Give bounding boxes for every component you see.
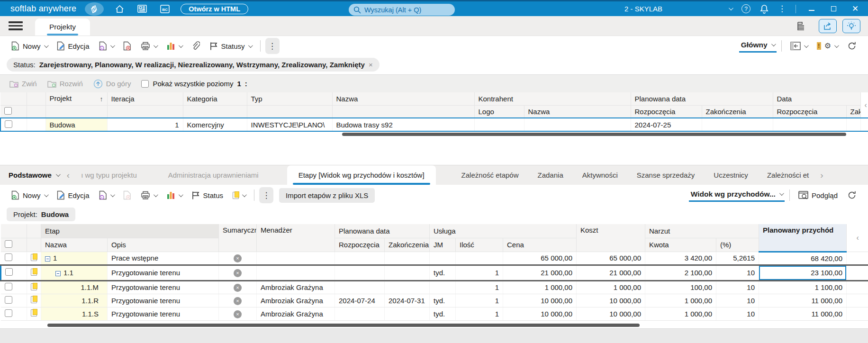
new-stage-chevron-down-icon[interactable] <box>44 192 48 197</box>
col-header-opis[interactable]: Opis <box>108 238 219 252</box>
remove-filter-icon[interactable]: × <box>369 61 373 69</box>
edit-stage-button[interactable]: Edycja <box>53 189 93 202</box>
home-icon[interactable] <box>112 3 127 15</box>
col-header-procent[interactable]: (%) <box>716 238 759 252</box>
cell-plan-rozpoczecia[interactable]: 2024-07-25 <box>631 118 702 131</box>
row-checkbox[interactable] <box>5 268 13 276</box>
global-search[interactable] <box>349 4 455 16</box>
cell-etap-nazwa[interactable]: 1.1.R <box>41 294 108 307</box>
col-group-usluga[interactable]: Usługa <box>430 224 577 238</box>
open-in-html-button[interactable]: Otwórz w HTML <box>181 4 248 14</box>
toggle-off-icon[interactable]: × <box>234 284 242 292</box>
stage-info-button[interactable] <box>95 189 118 202</box>
col-header-kategoria[interactable]: Kategoria <box>183 92 247 105</box>
row-checkbox[interactable] <box>5 283 12 290</box>
stage-row-1-1-M[interactable]: 1.1.M Przygotowanie terenu × Ambroziak G… <box>1 280 868 294</box>
col-header-plan-zakonczenia[interactable]: Zakończenia <box>702 105 773 118</box>
col-header-koszt[interactable]: Koszt <box>577 224 645 252</box>
toggle-off-icon[interactable]: × <box>234 310 242 318</box>
projects-grid-hscrollbar[interactable] <box>0 132 868 137</box>
new-chevron-down-icon[interactable] <box>44 43 48 48</box>
col-header-jm[interactable]: JM <box>430 238 456 252</box>
col-header-zakonczenia-cut[interactable]: Zakoń <box>846 105 860 118</box>
stages-select-all-checkbox[interactable] <box>5 240 12 248</box>
print-stage-chevron-down-icon[interactable] <box>154 192 158 197</box>
settings-alert-button[interactable]: ! ⚙ <box>813 40 841 52</box>
col-header-typ[interactable]: Typ <box>247 92 332 105</box>
cell-opis[interactable]: Prace wstępne <box>108 252 219 265</box>
tab-wg-typu-projektu[interactable]: ı wg typu projektu <box>72 165 146 185</box>
company-selector-label[interactable]: 2 - SKYLAB <box>624 5 662 13</box>
tab-szanse-sprzedazy[interactable]: Szanse sprzedaży <box>627 165 705 185</box>
col-header-kontrahent-nazwa[interactable]: Nazwa <box>524 105 631 118</box>
col-group-planowana-data[interactable]: Planowana data <box>335 224 430 238</box>
col-header-sumaryczny[interactable]: Sumaryczny <box>219 224 257 252</box>
stage-info-chevron-down-icon[interactable] <box>110 192 115 197</box>
col-header-planowany-przychod[interactable]: Planowany przychód <box>759 224 847 252</box>
share-button[interactable] <box>819 19 837 33</box>
preview-button[interactable]: Podgląd <box>795 189 841 202</box>
windows-stack-icon[interactable] <box>85 2 104 16</box>
help-icon[interactable]: ? <box>741 4 750 13</box>
col-header-zakonczenia[interactable]: Zakończenia <box>385 238 430 252</box>
tabs-scroll-right-button[interactable]: › <box>818 165 825 185</box>
tab-group-dropdown[interactable]: Podstawowe <box>0 165 65 185</box>
note-icon[interactable] <box>31 254 37 261</box>
collapse-node-icon[interactable] <box>45 256 50 262</box>
maximize-button[interactable] <box>827 6 840 11</box>
collapse-panel-chevron-down-icon[interactable] <box>804 43 809 48</box>
bc-icon[interactable]: BC <box>158 3 172 15</box>
cell-etap-nazwa[interactable]: 1 <box>41 252 108 265</box>
row-checkbox[interactable] <box>5 120 12 128</box>
cell-kategoria[interactable]: Komercyjny <box>183 118 247 131</box>
stage-row-1-1-R[interactable]: 1.1.R Przygotowanie terenu × Ambroziak G… <box>1 294 868 307</box>
cell-etap-nazwa[interactable]: 1.1.M <box>41 280 108 294</box>
note-icon[interactable] <box>31 269 37 276</box>
col-header-ilosc[interactable]: Ilość <box>456 238 503 252</box>
col-header-logo[interactable]: Logo <box>474 105 524 118</box>
row-checkbox[interactable] <box>5 253 12 261</box>
view-selector[interactable]: Główny <box>739 40 777 53</box>
hamburger-menu-icon[interactable] <box>9 21 23 30</box>
chart-button[interactable] <box>163 40 186 52</box>
cell-nazwa[interactable]: Budowa trasy s92 <box>332 118 474 131</box>
tab-uczestnicy[interactable]: Uczestnicy <box>704 165 758 185</box>
close-button[interactable]: ✕ <box>849 4 861 14</box>
new-stage-button[interactable]: Nowy <box>8 189 51 202</box>
print-stage-button[interactable] <box>137 189 161 202</box>
cell-etap-nazwa[interactable]: 1.1 <box>41 265 108 280</box>
project-row-budowa[interactable]: Budowa 1 Komercyjny INWESTYCJE\PLANO\ Bu… <box>0 118 868 131</box>
stages-scroll-left-button[interactable]: ‹ <box>847 224 868 252</box>
statuses-chevron-down-icon[interactable] <box>248 43 253 48</box>
collapse-node-icon[interactable] <box>55 271 61 276</box>
cell-opis[interactable]: Przygotowanie terenu <box>108 307 219 320</box>
stages-refresh-button[interactable] <box>843 189 860 202</box>
chart-chevron-down-icon[interactable] <box>179 43 183 48</box>
col-group-data[interactable]: Data <box>773 92 860 105</box>
print-button[interactable] <box>137 40 161 53</box>
stages-grid-hscrollbar[interactable] <box>0 321 868 328</box>
sort-ascending-icon[interactable]: ↑ <box>100 95 103 103</box>
pin-list-icon[interactable] <box>796 21 806 31</box>
col-group-planowana-data[interactable]: Planowana data <box>631 92 773 105</box>
tab-aktywnosci[interactable]: Aktywności <box>573 165 627 185</box>
kebab-menu-icon[interactable]: ⋮ <box>778 4 786 14</box>
focused-cell[interactable]: 23 100,00 <box>759 265 847 280</box>
cell-opis[interactable]: Przygotowanie terenu <box>108 294 219 307</box>
import-xls-button[interactable]: Import etapów z pliku XLS <box>279 188 375 203</box>
col-header-kwota[interactable]: Kwota <box>645 238 716 252</box>
note-icon[interactable] <box>31 296 37 303</box>
new-button[interactable]: Nowy <box>8 39 51 53</box>
tab-zaleznosc-etapow[interactable]: Zależność etapów <box>452 165 528 185</box>
cell-typ[interactable]: INWESTYCJE\PLANO\ <box>247 118 332 131</box>
collapse-panel-button[interactable] <box>787 40 811 52</box>
col-header-plan-rozpoczecia[interactable]: Rozpoczęcia <box>631 105 702 118</box>
info-button[interactable] <box>95 39 118 53</box>
cell-sumaryczny[interactable]: × <box>219 265 257 280</box>
tab-etapy-active[interactable]: Etapy [Widok wg przychodów i kosztów] <box>287 165 436 185</box>
grid-scroll-left-button[interactable]: ‹ <box>860 92 868 118</box>
stage-row-1-1-S[interactable]: 1.1.S Przygotowanie terenu × Ambroziak G… <box>1 307 868 320</box>
info-chevron-down-icon[interactable] <box>110 43 115 48</box>
col-header-cena[interactable]: Cena <box>503 238 577 252</box>
lightbulb-button[interactable] <box>842 19 860 33</box>
